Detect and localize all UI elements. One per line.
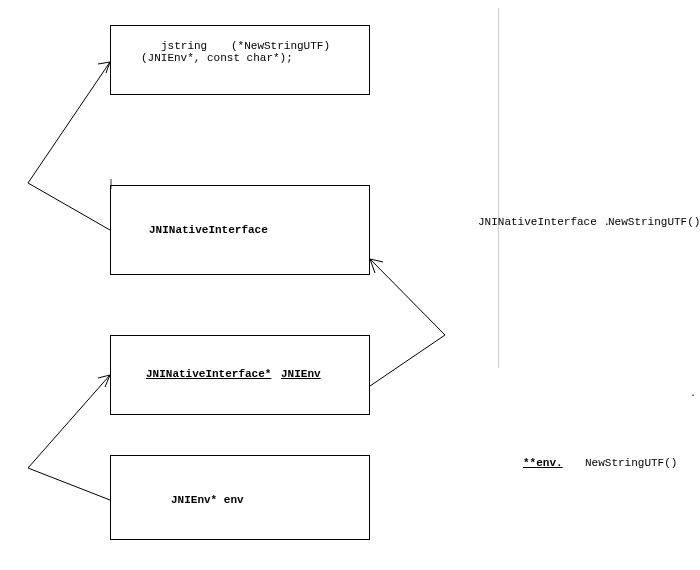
box3-left: JNINativeInterface* <box>146 368 271 380</box>
box1-jstring: jstring <box>161 40 207 52</box>
svg-line-0 <box>28 62 110 183</box>
box-newstringutf-decl: jstring (*NewStringUTF) (JNIEnv*, const … <box>110 25 370 95</box>
arrow-box3-to-box2-right <box>370 259 445 386</box>
side-label-native-call-left: JNINativeInterface . <box>478 216 610 228</box>
svg-line-1 <box>98 62 110 64</box>
svg-line-11 <box>370 335 445 386</box>
svg-line-3 <box>28 183 110 230</box>
box1-fnptr: (*NewStringUTF) <box>231 40 330 52</box>
svg-line-8 <box>370 259 445 335</box>
svg-line-7 <box>28 468 110 500</box>
box4-text: JNIEnv* env <box>171 494 244 506</box>
svg-line-10 <box>370 259 375 273</box>
svg-line-9 <box>370 259 383 262</box>
box-jnienv-typedef: JNINativeInterface* JNIEnv <box>110 335 370 415</box>
side-label-env-call-right: NewStringUTF() <box>585 457 677 469</box>
box2-text: JNINativeInterface <box>149 224 268 236</box>
svg-line-4 <box>28 375 110 468</box>
box1-params: (JNIEnv*, const char*); <box>141 52 293 64</box>
arrow-box4-to-box3 <box>28 375 110 500</box>
box-jninativeinterface: JNINativeInterface <box>110 185 370 275</box>
box-env-var: JNIEnv* env <box>110 455 370 540</box>
box3-right: JNIEnv <box>281 368 321 380</box>
right-divider <box>498 8 499 368</box>
side-label-native-call-right: NewStringUTF() <box>608 216 700 228</box>
tick-mark: | <box>108 180 114 190</box>
svg-line-5 <box>98 375 110 378</box>
side-label-env-call-left: **env. <box>523 457 563 469</box>
arrow-box2-to-box1 <box>28 62 110 230</box>
stray-dot: . <box>690 388 696 399</box>
